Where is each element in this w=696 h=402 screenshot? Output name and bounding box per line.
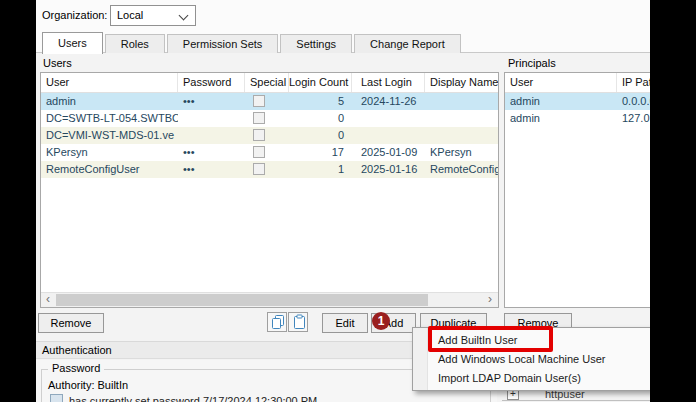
menu-item-import-ldap-domain-users[interactable]: Import LDAP Domain User(s): [428, 369, 650, 388]
cell-password: •••: [178, 93, 245, 110]
cell-user: DC=VMI-WST-MDS-01.ve: [41, 127, 178, 144]
cell-principal-user: admin: [505, 110, 617, 127]
step-badge: 1: [372, 312, 390, 330]
cell-display-name: KPersyn: [425, 144, 498, 161]
cell-password: •••: [178, 161, 245, 178]
remove-user-button[interactable]: Remove: [38, 313, 104, 333]
special-checkbox[interactable]: [253, 112, 265, 124]
cell-user: RemoteConfigUser: [41, 161, 178, 178]
cell-password: •••: [178, 144, 245, 161]
cell-display-name: RemoteConfig: [425, 161, 498, 178]
cell-password: [178, 110, 245, 127]
screenshot-stage: Organization: Local Users Roles Permissi…: [0, 0, 696, 402]
cell-last-login: [352, 127, 425, 144]
special-checkbox[interactable]: [253, 146, 265, 158]
copy-icon: [270, 314, 286, 330]
organization-dropdown-value: Local: [117, 9, 143, 21]
column-header-ip-pattern[interactable]: IP Pattern: [617, 73, 650, 92]
cell-special: [245, 93, 289, 110]
cell-last-login: 2025-01-09: [352, 144, 425, 161]
users-table: User Password Special Login Count Last L…: [40, 72, 499, 308]
copy-button[interactable]: [267, 312, 287, 332]
cell-special: [245, 161, 289, 178]
cell-login-count: 17: [289, 144, 352, 161]
paste-button[interactable]: [288, 312, 308, 332]
app-window: Organization: Local Users Roles Permissi…: [36, 0, 650, 402]
table-row-remoteconfiguser[interactable]: RemoteConfigUser ••• 1 2025-01-16 Remote…: [41, 161, 498, 178]
scroll-left-arrow-icon[interactable]: ‹: [41, 293, 55, 307]
cell-login-count: 0: [289, 127, 352, 144]
cell-display-name: [425, 127, 498, 144]
password-status-row: has currently set password 7/17/2024 12:…: [50, 394, 317, 402]
users-panel-title: Users: [43, 57, 72, 69]
table-row-dc-swtb[interactable]: DC=SWTB-LT-054.SWTBO 0: [41, 110, 498, 127]
cell-user: DC=SWTB-LT-054.SWTBO: [41, 110, 178, 127]
scroll-right-arrow-icon[interactable]: ›: [483, 293, 497, 307]
column-header-principal-user[interactable]: User: [505, 73, 617, 92]
column-header-last-login[interactable]: Last Login: [352, 73, 425, 92]
table-row-kpersyn[interactable]: KPersyn ••• 17 2025-01-09 KPersyn: [41, 144, 498, 161]
cell-display-name: [425, 93, 498, 110]
authority-label: Authority: BuiltIn: [48, 379, 128, 391]
column-header-special[interactable]: Special: [245, 73, 289, 92]
table-row-dc-vmi[interactable]: DC=VMI-WST-MDS-01.ve 0: [41, 127, 498, 144]
cell-special: [245, 127, 289, 144]
cell-ip-pattern: 127.0.0.1: [617, 110, 650, 127]
special-checkbox[interactable]: [253, 129, 265, 141]
cell-user: KPersyn: [41, 144, 178, 161]
cell-display-name: [425, 110, 498, 127]
top-bar: Organization: Local Users Roles Permissi…: [36, 0, 650, 52]
edit-user-button[interactable]: Edit: [322, 313, 368, 333]
table-row-admin[interactable]: admin ••• 5 2024-11-26: [41, 93, 498, 110]
cell-password: [178, 127, 245, 144]
organization-label: Organization:: [42, 9, 107, 21]
principal-row[interactable]: admin 0.0.0.0/0: [505, 93, 650, 110]
column-header-password[interactable]: Password: [178, 73, 245, 92]
password-status-text: has currently set password 7/17/2024 12:…: [69, 395, 317, 402]
principals-table: User IP Pattern admin 0.0.0.0/0 admin 12…: [504, 72, 650, 308]
menu-icon-gutter: [413, 328, 428, 390]
users-table-header: User Password Special Login Count Last L…: [41, 73, 498, 93]
cell-special: [245, 110, 289, 127]
cell-login-count: 0: [289, 110, 352, 127]
tab-strip: Users Roles Permission Sets Settings Cha…: [42, 31, 463, 53]
tab-roles[interactable]: Roles: [105, 34, 165, 53]
special-checkbox[interactable]: [253, 95, 265, 107]
column-header-user[interactable]: User: [41, 73, 178, 92]
paste-icon: [291, 314, 307, 330]
cell-last-login: 2024-11-26: [352, 93, 425, 110]
divider: [502, 400, 650, 401]
annotation-highlight-rectangle: [428, 326, 553, 352]
organization-dropdown[interactable]: Local: [110, 5, 196, 26]
tab-users[interactable]: Users: [42, 32, 103, 54]
tab-change-report[interactable]: Change Report: [354, 34, 461, 53]
principals-panel-title: Principals: [508, 57, 556, 69]
cell-last-login: [352, 110, 425, 127]
password-groupbox-label: Password: [48, 362, 104, 374]
tab-permission-sets[interactable]: Permission Sets: [167, 34, 278, 53]
chevron-down-icon: [179, 11, 189, 21]
cell-last-login: 2025-01-16: [352, 161, 425, 178]
special-checkbox[interactable]: [253, 163, 265, 175]
column-header-display-name[interactable]: Display Name: [425, 73, 498, 92]
cell-login-count: 5: [289, 93, 352, 110]
cell-special: [245, 144, 289, 161]
scrollbar-thumb[interactable]: [56, 294, 428, 306]
cell-user: admin: [41, 93, 178, 110]
cell-ip-pattern: 0.0.0.0/0: [617, 93, 650, 110]
tab-settings[interactable]: Settings: [280, 34, 352, 53]
principals-table-header: User IP Pattern: [505, 73, 650, 93]
horizontal-scrollbar[interactable]: ‹ ›: [41, 292, 498, 307]
column-header-login-count[interactable]: Login Count: [289, 73, 352, 92]
menu-item-add-windows-local-machine-user[interactable]: Add Windows Local Machine User: [428, 350, 650, 369]
cell-login-count: 1: [289, 161, 352, 178]
cell-principal-user: admin: [505, 93, 617, 110]
principal-row[interactable]: admin 127.0.0.1: [505, 110, 650, 127]
password-checkbox[interactable]: [50, 394, 63, 402]
